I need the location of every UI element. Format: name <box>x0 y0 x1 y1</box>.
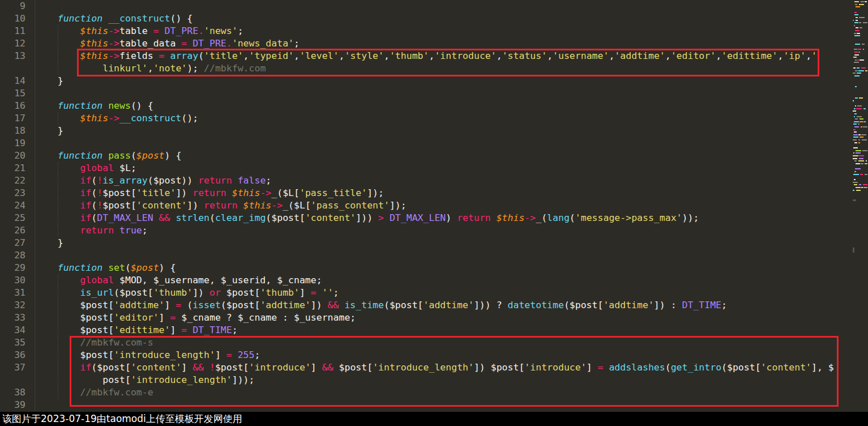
minimap-block <box>856 163 860 164</box>
code-text: global $L; <box>35 162 868 174</box>
line-number: 19 <box>0 137 35 150</box>
minimap-block <box>857 116 862 117</box>
code-text: //mbkfw.com-s <box>35 336 868 349</box>
minimap-block <box>853 123 857 125</box>
code-line: 30 global $MOD, $_username, $_userid, $_… <box>0 274 868 287</box>
minimap-block <box>853 158 857 159</box>
line-number: 29 <box>0 262 35 274</box>
indent-guide <box>58 374 58 386</box>
code-line: 17 $this->__construct(); <box>0 112 868 125</box>
minimap-block <box>862 139 867 140</box>
minimap-block <box>853 20 854 21</box>
code-line: 31 is_url($post['thumb']) or $post['thum… <box>0 287 868 299</box>
code-text: $this->fields = array('title','typeid','… <box>35 50 868 62</box>
line-number: 26 <box>0 224 35 237</box>
minimap-block <box>854 121 859 122</box>
minimap-block <box>863 108 866 109</box>
minimap-block <box>860 59 864 61</box>
minimap-block <box>858 139 860 140</box>
code-line: 10 function __construct() { <box>0 12 868 25</box>
minimap-block <box>857 105 862 107</box>
minimap-block <box>855 30 860 31</box>
code-text <box>35 249 868 262</box>
line-number <box>0 374 35 386</box>
code-text: global $MOD, $_username, $_userid, $_cna… <box>35 274 868 287</box>
minimap-block <box>856 6 860 7</box>
code-text: is_url($post['thumb']) or $post['thumb']… <box>35 287 868 299</box>
minimap-block <box>854 160 857 161</box>
minimap-block <box>861 163 863 164</box>
code-line: 28 <box>0 249 868 262</box>
indent-guide <box>58 187 58 199</box>
line-number <box>0 62 35 75</box>
minimap-block <box>859 158 863 159</box>
indent-guide <box>58 174 58 187</box>
line-number: 20 <box>0 150 35 162</box>
code-line: 37 if($post['content'] && !$post['introd… <box>0 361 868 374</box>
minimap-block <box>863 126 867 127</box>
minimap-block <box>853 129 856 130</box>
minimap-block <box>854 33 856 34</box>
line-number: 10 <box>0 12 35 25</box>
minimap-block <box>857 67 860 69</box>
minimap-block <box>854 113 857 114</box>
line-number: 18 <box>0 125 35 137</box>
code-text: } <box>35 237 868 249</box>
line-number: 39 <box>0 399 35 411</box>
minimap-block <box>854 52 858 53</box>
code-line: 24 if(!$post['content']) return $this->_… <box>0 199 868 212</box>
minimap-block <box>863 22 867 23</box>
minimap-block <box>856 20 858 21</box>
minimap-block <box>856 17 858 18</box>
line-number: 27 <box>0 237 35 249</box>
code-text: return true; <box>35 224 868 237</box>
line-number: 9 <box>0 0 35 12</box>
minimap-block <box>858 160 864 161</box>
indent-guide <box>58 112 58 125</box>
code-area[interactable]: 910 function __construct() {11 $this->ta… <box>0 0 868 411</box>
minimap-block <box>855 118 858 120</box>
line-number: 36 <box>0 349 35 361</box>
minimap-block <box>856 187 861 188</box>
indent-guide <box>58 224 58 237</box>
minimap-block <box>853 152 854 154</box>
watermark-text: 该图片于2023-07-19由taomodi上传至模板开发网使用 <box>2 413 242 424</box>
indent-guide <box>58 199 58 212</box>
code-text <box>35 0 868 12</box>
code-line: 29 function set($post) { <box>0 262 868 274</box>
code-editor-window: 910 function __construct() {11 $this->ta… <box>0 0 868 426</box>
editor-pane[interactable]: 910 function __construct() {11 $this->ta… <box>0 0 868 412</box>
line-number: 34 <box>0 324 35 336</box>
code-line: 12 $this->table_data = DT_PRE.'news_data… <box>0 37 868 50</box>
minimap-block <box>854 126 859 127</box>
minimap-block <box>854 54 859 56</box>
code-text: //mbkfw.com-e <box>35 386 868 399</box>
minimap-block <box>860 121 863 122</box>
code-line: 23 if(!$post['title']) return $this->_($… <box>0 187 868 199</box>
indent-guide <box>58 312 58 324</box>
code-line: 18 } <box>0 125 868 137</box>
minimap-block <box>854 22 858 23</box>
minimap-block <box>854 14 858 15</box>
minimap-block <box>854 179 856 180</box>
minimap-block <box>861 67 866 69</box>
indent-guide <box>58 386 58 399</box>
line-number: 33 <box>0 312 35 324</box>
minimap-block <box>860 27 862 28</box>
minimap-faint-mark <box>853 199 856 201</box>
code-text: $this->table_data = DT_PRE.'news_data'; <box>35 37 868 50</box>
line-number: 24 <box>0 199 35 212</box>
minimap-block <box>860 174 863 175</box>
minimap-block <box>855 86 857 87</box>
minimap-block <box>854 171 856 172</box>
minimap-block <box>857 59 859 61</box>
minimap-block <box>861 134 866 135</box>
minimap-block <box>854 142 857 143</box>
minimap-block <box>856 27 858 28</box>
minimap-block <box>865 174 867 175</box>
minimap-block <box>861 1 864 2</box>
minimap[interactable] <box>852 0 868 412</box>
minimap-block <box>856 190 861 191</box>
minimap-block <box>863 187 867 188</box>
minimap-block <box>862 150 867 151</box>
